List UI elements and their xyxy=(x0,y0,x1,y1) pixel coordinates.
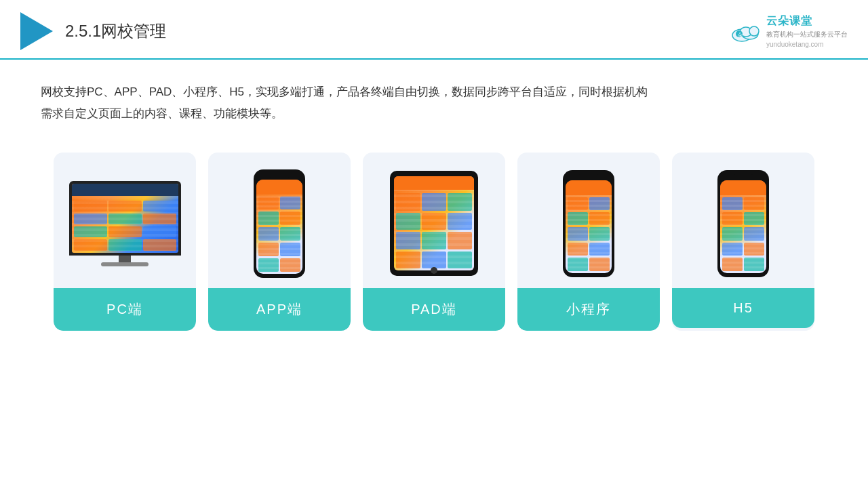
brand-name-text: 云朵课堂 教育机构一站式服务云平台 yunduoketang.com xyxy=(766,14,848,48)
h5-phone-mockup xyxy=(717,170,769,277)
pc-screen-outer xyxy=(69,181,181,256)
card-pad-label: PAD端 xyxy=(363,288,505,331)
pc-base xyxy=(101,262,149,266)
card-miniapp: 小程序 xyxy=(517,152,660,331)
miniapp-phone-notch xyxy=(579,174,598,178)
card-pad: PAD端 xyxy=(363,152,505,331)
card-pc-label: PC端 xyxy=(54,288,196,331)
card-h5-image xyxy=(672,152,814,288)
miniapp-phone-mockup xyxy=(563,170,614,277)
card-pc-image xyxy=(54,152,196,288)
tablet-screen xyxy=(394,176,474,270)
card-pad-image xyxy=(363,152,505,288)
card-h5: H5 xyxy=(672,152,814,331)
h5-screen-grid xyxy=(720,195,766,273)
miniapp-phone-screen xyxy=(566,180,612,273)
card-h5-label: H5 xyxy=(672,288,814,328)
cards-container: PC端 xyxy=(0,132,868,351)
header-left: 2.5.1网校管理 xyxy=(20,12,166,50)
h5-phone-screen xyxy=(720,180,766,273)
description-paragraph: 网校支持PC、APP、PAD、小程序、H5，实现多端打通，产品各终端自由切换，数… xyxy=(41,81,827,103)
description-text: 网校支持PC、APP、PAD、小程序、H5，实现多端打通，产品各终端自由切换，数… xyxy=(0,60,868,132)
app-phone-mockup xyxy=(254,169,305,278)
tablet-home-button xyxy=(431,267,437,274)
title-main: 网校管理 xyxy=(101,22,166,40)
brand-logo: 朵 云朵课堂 教育机构一站式服务云平台 yunduoketang.com xyxy=(731,14,848,48)
brand-url: yunduoketang.com xyxy=(766,41,848,48)
miniapp-screen-grid xyxy=(566,195,612,273)
card-miniapp-label: 小程序 xyxy=(517,288,660,331)
brand-name: 云朵课堂 xyxy=(766,14,848,28)
card-app-image xyxy=(208,152,351,288)
brand-slogan: 教育机构一站式服务云平台 xyxy=(766,30,848,39)
pc-neck xyxy=(119,256,131,262)
description-paragraph-2: 需求自定义页面上的内容、课程、功能模块等。 xyxy=(41,103,827,125)
svg-point-3 xyxy=(749,26,759,36)
card-pc: PC端 xyxy=(54,152,196,331)
card-app-label: APP端 xyxy=(208,288,351,331)
pad-tablet-mockup xyxy=(390,171,478,276)
phone-notch xyxy=(270,174,289,178)
pc-device-mockup xyxy=(69,181,181,266)
h5-phone-notch xyxy=(734,174,753,178)
svg-text:朵: 朵 xyxy=(738,33,743,37)
card-miniapp-image xyxy=(517,152,660,288)
cloud-icon: 朵 xyxy=(731,20,762,42)
pc-screen-inner xyxy=(72,184,178,253)
page-title: 2.5.1网校管理 xyxy=(65,20,166,42)
pad-screen-grid xyxy=(394,191,474,270)
card-app: APP端 xyxy=(208,152,351,331)
app-screen-grid xyxy=(256,195,302,274)
phone-screen xyxy=(256,180,302,274)
logo-triangle xyxy=(20,12,53,50)
brand-area: 朵 云朵课堂 教育机构一站式服务云平台 yunduoketang.com xyxy=(731,14,848,48)
page-header: 2.5.1网校管理 朵 云朵课堂 教育机构一站式服务云平台 yunduoketa… xyxy=(0,0,868,60)
pc-screen-grid xyxy=(72,199,178,253)
title-prefix: 2.5.1 xyxy=(65,22,101,40)
